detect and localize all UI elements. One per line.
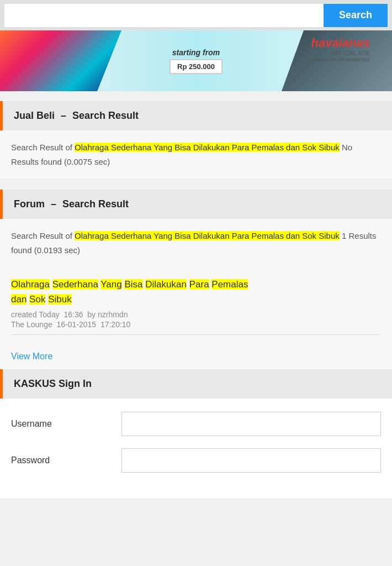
forum-item-title-word-1: Olahraga [11, 279, 50, 290]
forum-item-title-word-7: Pemalas [211, 279, 248, 290]
view-more-link[interactable]: View More [0, 344, 392, 369]
ad-brand-logo: havaianas [308, 36, 370, 50]
forum-item-title-word-4: Bisa [124, 279, 142, 290]
ad-price: Rp 250.000 [169, 59, 223, 74]
forum-content: Search Result of Olahraga Sederhana Yang… [0, 219, 392, 267]
forum-item-title-word-8: dan [11, 294, 27, 305]
search-input[interactable] [4, 4, 324, 27]
ad-banner[interactable]: starting from Rp 250.000 havaianas OFFIC… [0, 30, 392, 91]
jual-beli-result-text: Search Result of Olahraga Sederhana Yang… [11, 140, 381, 169]
forum-item-divider [11, 334, 381, 335]
signin-form: Username Password [0, 399, 392, 498]
username-row: Username [11, 412, 381, 436]
search-bar: Search [0, 0, 392, 30]
ad-url: universo.co.id/havaianas/ [308, 56, 370, 62]
forum-item-title-word-6: Para [189, 279, 209, 290]
forum-result-text: Search Result of Olahraga Sederhana Yang… [11, 229, 381, 257]
ad-text-center: starting from Rp 250.000 [169, 48, 223, 74]
forum-result-item: Olahraga Sederhana Yang Bisa Dilakukan P… [0, 267, 392, 344]
signin-header: KASKUS Sign In [0, 369, 392, 399]
signin-title: KASKUS Sign In [14, 378, 92, 389]
forum-item-title: Olahraga Sederhana Yang Bisa Dilakukan P… [11, 277, 381, 307]
jual-beli-header: Jual Beli – Search Result [0, 101, 392, 130]
password-label: Password [11, 455, 121, 465]
password-row: Password [11, 448, 381, 473]
forum-item-title-word-2: Sederhana [52, 279, 98, 290]
password-input[interactable] [121, 448, 381, 473]
search-button[interactable]: Search [324, 4, 388, 27]
forum-item-meta: created Today 16:36 by nzrhmdn [11, 310, 381, 319]
ad-sandals-left [0, 30, 121, 91]
forum-title: Forum – Search Result [14, 198, 129, 209]
ad-official-text: OFFICIAL SITE [308, 50, 370, 56]
jual-beli-query-highlight: Olahraga Sederhana Yang Bisa Dilakukan P… [75, 143, 340, 152]
forum-item-title-word-3: Yang [100, 279, 121, 290]
forum-item-title-word-9: Sok [29, 294, 45, 305]
forum-item-title-word-10: Sibuk [48, 294, 72, 305]
jual-beli-title: Jual Beli – Search Result [14, 110, 139, 121]
forum-header: Forum – Search Result [0, 190, 392, 219]
jual-beli-content: Search Result of Olahraga Sederhana Yang… [0, 130, 392, 179]
forum-item-title-word-5: Dilakukan [145, 279, 187, 290]
forum-query-highlight: Olahraga Sederhana Yang Bisa Dilakukan P… [75, 231, 340, 240]
username-input[interactable] [121, 412, 381, 436]
ad-starting-text: starting from [169, 48, 223, 57]
ad-brand: havaianas OFFICIAL SITE universo.co.id/h… [308, 36, 370, 62]
forum-item-submeta: The Lounge 16-01-2015 17:20:10 [11, 320, 381, 329]
username-label: Username [11, 419, 121, 429]
